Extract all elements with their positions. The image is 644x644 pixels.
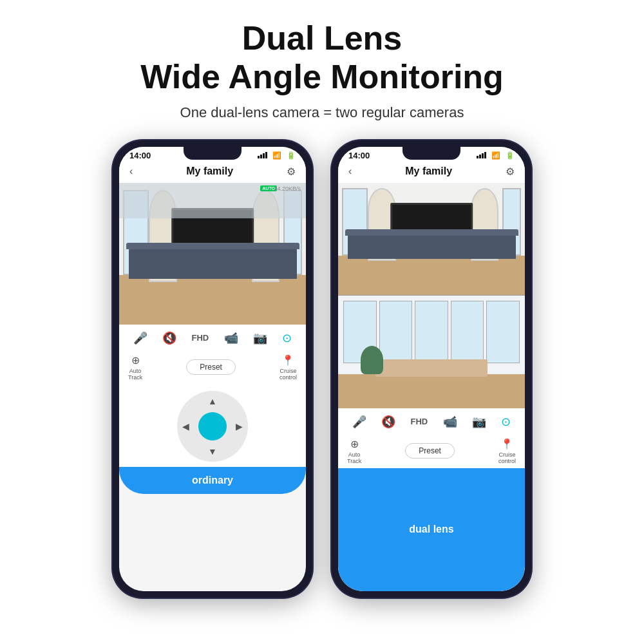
controls-icons-ordinary: 🎤 🔇 FHD 📹 📷 ⊙ (119, 331, 306, 345)
preset-button-dual[interactable]: Preset (405, 443, 455, 459)
capture-button-dual[interactable]: 📷 (472, 415, 486, 429)
ptz-dial[interactable]: ▲ ▼ ◀ ▶ (177, 391, 248, 462)
auto-track-item[interactable]: ⊕ AutoTrack (128, 354, 142, 381)
wifi-icon-dual: 📶 (491, 151, 500, 160)
dining-plant (361, 346, 383, 374)
room-scene-top (338, 183, 525, 295)
phone-icons-dual: 📶 🔋 (477, 151, 515, 160)
speed-ordinary: 44.20KB/s (274, 185, 301, 192)
back-button-ordinary[interactable]: ‹ (129, 166, 133, 177)
phones-container: 14:00 📶 🔋 ‹ My family ⚙ (113, 140, 531, 598)
page-title: Dual Lens Wide Angle Monitoring (140, 19, 504, 97)
nav-bar-dual: ‹ My family ⚙ (338, 162, 525, 183)
battery-icon-dual: 🔋 (506, 151, 515, 160)
page-header: Dual Lens Wide Angle Monitoring One dual… (140, 0, 504, 128)
controls-icons-dual: 🎤 🔇 FHD 📹 📷 ⊙ (338, 415, 525, 429)
ptz-right[interactable]: ▶ (236, 421, 243, 431)
auto-track-label-dual: AutoTrack (347, 451, 361, 464)
nav-title-dual: My family (405, 166, 452, 177)
phone-inner-dual: 14:00 📶 🔋 ‹ My family ⚙ (338, 147, 525, 591)
phone-dual: 14:00 📶 🔋 ‹ My family ⚙ (332, 140, 531, 598)
capture-button[interactable]: 📷 (253, 331, 267, 345)
nav-title-ordinary: My family (186, 166, 233, 177)
ptz-section: ▲ ▼ ◀ ▶ (119, 384, 306, 467)
signal-icon-dual (477, 152, 486, 158)
wifi-icon: 📶 (272, 151, 281, 160)
auto-track-icon: ⊕ (131, 354, 140, 366)
cruise-icon-dual: 📍 (500, 438, 513, 450)
camera-bottom (338, 296, 525, 408)
cruise-icon: 📍 (281, 354, 294, 366)
camera-view-ordinary: AUTO 44.20KB/s (119, 183, 306, 325)
ptz-left[interactable]: ◀ (182, 421, 189, 431)
dining-win-5 (486, 301, 520, 363)
dual-camera-container (338, 183, 525, 408)
fhd-button-dual[interactable]: FHD (410, 417, 428, 426)
phone-inner-ordinary: 14:00 📶 🔋 ‹ My family ⚙ (119, 147, 306, 591)
cruise-control-item[interactable]: 📍 Cruisecontrol (279, 354, 297, 381)
dining-win-2 (379, 301, 413, 363)
dining-table (375, 359, 488, 376)
back-button-dual[interactable]: ‹ (348, 166, 352, 177)
auto-track-label: AutoTrack (128, 368, 142, 381)
dining-win-3 (415, 301, 448, 363)
ptz-up[interactable]: ▲ (208, 396, 217, 406)
camera-view-dual (338, 183, 525, 408)
mute-button[interactable]: 🔇 (162, 331, 176, 345)
camera-top (338, 183, 525, 296)
preset-button[interactable]: Preset (186, 359, 236, 375)
dining-floor (338, 374, 525, 408)
cruise-label-dual: Cruisecontrol (498, 451, 516, 464)
dining-win-4 (451, 301, 484, 363)
record-button[interactable]: 📹 (224, 331, 238, 345)
record-button-dual[interactable]: 📹 (443, 415, 457, 429)
mic-button-dual[interactable]: 🎤 (352, 415, 366, 429)
camera-single: AUTO 44.20KB/s (119, 183, 306, 325)
signal-icon (258, 152, 267, 158)
ptz-center[interactable] (198, 412, 227, 440)
bottom-label-dual: dual lens (338, 468, 525, 591)
action-row-ordinary: ⊕ AutoTrack Preset 📍 Cruisecontrol (119, 349, 306, 384)
time-dual: 14:00 (348, 151, 370, 160)
auto-track-item-dual[interactable]: ⊕ AutoTrack (347, 438, 361, 464)
page-subtitle: One dual-lens camera = two regular camer… (140, 104, 504, 121)
settings-button-dual[interactable]: ⚙ (506, 166, 515, 178)
phone-ordinary: 14:00 📶 🔋 ‹ My family ⚙ (113, 140, 312, 598)
fhd-button[interactable]: FHD (191, 333, 209, 343)
room-sofa-top (348, 234, 516, 259)
battery-icon: 🔋 (287, 151, 296, 160)
settings-ctrl-button-dual[interactable]: ⊙ (501, 415, 511, 429)
room-floor (119, 275, 306, 325)
time-ordinary: 14:00 (129, 151, 151, 160)
auto-track-icon-dual: ⊕ (350, 438, 359, 450)
controls-bar-dual: 🎤 🔇 FHD 📹 📷 ⊙ (338, 408, 525, 433)
notch-ordinary (184, 147, 242, 160)
phone-icons-ordinary: 📶 🔋 (258, 151, 296, 160)
dining-scene (338, 296, 525, 408)
room-floor-top (338, 256, 525, 295)
cruise-label: Cruisecontrol (279, 368, 297, 381)
bottom-label-ordinary: ordinary (119, 467, 306, 494)
mic-button[interactable]: 🎤 (133, 331, 147, 345)
nav-bar-ordinary: ‹ My family ⚙ (119, 162, 306, 183)
ptz-down[interactable]: ▼ (208, 446, 217, 457)
controls-bar-ordinary: 🎤 🔇 FHD 📹 📷 ⊙ (119, 325, 306, 349)
mute-button-dual[interactable]: 🔇 (381, 415, 395, 429)
notch-dual (402, 147, 460, 160)
settings-button-ordinary[interactable]: ⚙ (287, 166, 296, 178)
action-row-dual: ⊕ AutoTrack Preset 📍 Cruisecontrol (338, 433, 525, 468)
settings-ctrl-button[interactable]: ⊙ (282, 331, 292, 345)
room-sofa (129, 248, 297, 279)
cruise-control-item-dual[interactable]: 📍 Cruisecontrol (498, 438, 516, 464)
